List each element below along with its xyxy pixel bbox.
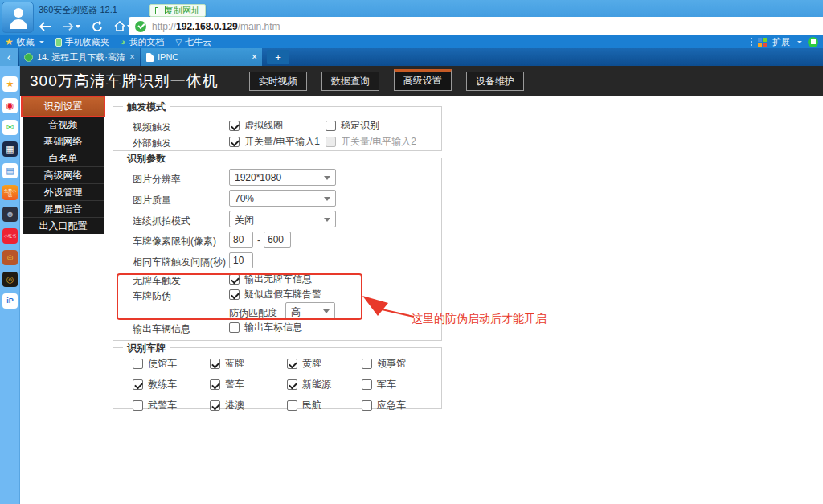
tab-favicon-document xyxy=(146,53,154,62)
plate-type-option[interactable]: 民航 xyxy=(287,399,362,412)
navy-app-icon[interactable]: ▦ xyxy=(2,141,18,157)
no-plate-output-option[interactable]: 输出无牌车信息 xyxy=(229,272,312,286)
user-avatar[interactable] xyxy=(2,2,34,33)
ip-app-icon[interactable]: iP xyxy=(2,293,18,309)
menu-item-screen-voice[interactable]: 屏显语音 xyxy=(23,200,104,217)
plate-checkbox[interactable] xyxy=(210,400,220,411)
plate-checkbox[interactable] xyxy=(362,379,372,390)
refresh-button[interactable] xyxy=(88,18,106,35)
copy-url-button[interactable]: 复制网址 xyxy=(149,4,206,17)
virtual-coil-checkbox[interactable] xyxy=(229,121,240,131)
virtual-coil-option[interactable]: 虚拟线圈 xyxy=(229,119,283,133)
xiaohongshu-icon[interactable]: 小红书 xyxy=(2,228,18,244)
favorites-star-icon[interactable]: ★ xyxy=(2,76,18,92)
pixel-max-input[interactable] xyxy=(264,232,291,248)
adblock-icon[interactable] xyxy=(808,37,818,47)
match-degree-label: 防伪匹配度 xyxy=(229,306,277,320)
docs-icon: ◕ xyxy=(121,37,126,47)
plate-checkbox[interactable] xyxy=(287,400,297,411)
bookmark-my-docs[interactable]: ◕ 我的文档 xyxy=(121,36,165,48)
stable-recognition-checkbox[interactable] xyxy=(326,121,336,131)
plate-type-option[interactable]: 使馆车 xyxy=(133,357,210,371)
document-app-icon[interactable]: ▤ xyxy=(2,163,18,178)
chevron-down-icon xyxy=(39,41,44,43)
forward-dropdown-icon[interactable] xyxy=(76,25,80,28)
plate-checkbox[interactable] xyxy=(133,379,143,390)
bookmark-favorites[interactable]: ★ 收藏 xyxy=(5,36,44,48)
fieldset-legend: 识别参数 xyxy=(123,152,170,166)
plate-checkbox[interactable] xyxy=(362,359,372,369)
plate-type-option[interactable]: 武警车 xyxy=(133,399,210,412)
menu-item-peripherals[interactable]: 外设管理 xyxy=(23,183,104,200)
new-tab-button[interactable]: + xyxy=(267,50,289,64)
nav-live-video-button[interactable]: 实时视频 xyxy=(249,72,307,91)
plate-type-option[interactable]: 警车 xyxy=(210,378,287,391)
no-plate-trigger-label: 无牌车触发 xyxy=(133,274,181,288)
plate-checkbox[interactable] xyxy=(133,400,143,411)
extensions-dropdown-icon[interactable] xyxy=(797,41,802,43)
plate-type-option[interactable]: 新能源 xyxy=(287,378,362,391)
close-icon[interactable]: × xyxy=(252,51,257,63)
menu-item-basic-network[interactable]: 基础网络 xyxy=(23,133,104,150)
game-app-icon-2[interactable]: ☺ xyxy=(2,250,18,265)
mail-icon[interactable]: ✉ xyxy=(2,120,18,135)
tab-scroll-left-button[interactable]: ‹ xyxy=(0,48,18,66)
star-icon: ★ xyxy=(5,36,14,47)
video-trigger-label: 视频触发 xyxy=(133,121,171,134)
plate-checkbox[interactable] xyxy=(287,379,297,390)
bookmark-phone-favorites[interactable]: 手机收藏夹 xyxy=(55,36,109,48)
back-button[interactable] xyxy=(37,18,55,35)
plate-type-option[interactable]: 教练车 xyxy=(133,378,210,391)
chevron-down-icon xyxy=(324,197,330,201)
url-text[interactable]: http://192.168.0.129/main.htm xyxy=(152,21,280,32)
address-bar[interactable]: http://192.168.0.129/main.htm xyxy=(129,17,823,35)
interval-input[interactable] xyxy=(229,252,253,268)
fake-plate-alarm-checkbox[interactable] xyxy=(229,289,240,300)
close-icon[interactable]: × xyxy=(129,51,135,63)
nav-data-query-button[interactable]: 数据查询 xyxy=(321,72,379,91)
weibo-icon[interactable]: ◉ xyxy=(2,98,18,113)
qiniu-icon: ▽ xyxy=(175,38,182,47)
game-app-icon-3[interactable]: ◎ xyxy=(2,272,18,287)
bookmark-qiniu[interactable]: ▽ 七牛云 xyxy=(175,36,211,48)
menu-item-recognition-settings[interactable]: 识别设置 xyxy=(23,97,104,116)
quality-select[interactable]: 70% xyxy=(229,190,336,207)
game-app-icon-1[interactable]: ☻ xyxy=(2,207,18,222)
match-degree-select[interactable]: 高 xyxy=(285,302,335,319)
stable-recognition-option[interactable]: 稳定识别 xyxy=(326,119,379,133)
plate-type-option[interactable]: 港澳 xyxy=(210,399,287,412)
tab-ipnc[interactable]: IPNC × xyxy=(141,48,262,66)
plate-checkbox[interactable] xyxy=(287,359,297,369)
plate-type-option[interactable]: 应急车 xyxy=(362,399,439,412)
plate-type-option[interactable]: 领事馆 xyxy=(362,357,439,371)
fake-plate-alarm-option[interactable]: 疑似虚假车牌告警 xyxy=(229,288,321,301)
external-trigger-label: 外部触发 xyxy=(133,137,171,150)
menu-item-advanced-network[interactable]: 高级网络 xyxy=(23,166,104,183)
extensions-grid-icon[interactable] xyxy=(758,38,767,47)
pixel-min-input[interactable] xyxy=(229,232,253,248)
menu-item-whitelist[interactable]: 白名单 xyxy=(23,150,104,166)
resolution-select[interactable]: 1920*1080 xyxy=(229,169,336,186)
menu-item-audio-video[interactable]: 音视频 xyxy=(23,116,104,133)
plate-type-option[interactable]: 军车 xyxy=(362,378,439,391)
nav-advanced-settings-button[interactable]: 高级设置 xyxy=(394,69,452,91)
menu-item-entrance-config[interactable]: 出入口配置 xyxy=(23,217,104,234)
logo-info-checkbox[interactable] xyxy=(229,322,240,333)
io-input1-option[interactable]: 开关量/电平输入1 xyxy=(229,135,320,149)
plate-type-option[interactable]: 蓝牌 xyxy=(210,357,287,371)
continuous-capture-select[interactable]: 关闭 xyxy=(229,211,336,227)
io-input1-checkbox[interactable] xyxy=(229,137,240,147)
forward-button[interactable] xyxy=(63,18,80,35)
free-novel-app-icon[interactable]: 免费小说 xyxy=(2,185,18,200)
plate-checkbox[interactable] xyxy=(210,379,220,390)
plate-checkbox[interactable] xyxy=(210,359,220,369)
extensions-label[interactable]: 扩展 xyxy=(772,36,790,48)
security-shield-icon[interactable] xyxy=(135,21,146,32)
plate-checkbox[interactable] xyxy=(362,400,372,411)
no-plate-output-checkbox[interactable] xyxy=(229,274,240,285)
nav-device-maintenance-button[interactable]: 设备维护 xyxy=(466,72,524,91)
plate-type-option[interactable]: 黄牌 xyxy=(287,357,362,371)
tab-remote-tools[interactable]: 14. 远程工具下载·高清车牌识 × xyxy=(19,48,140,66)
logo-info-option[interactable]: 输出车标信息 xyxy=(229,321,302,334)
plate-checkbox[interactable] xyxy=(133,359,143,369)
